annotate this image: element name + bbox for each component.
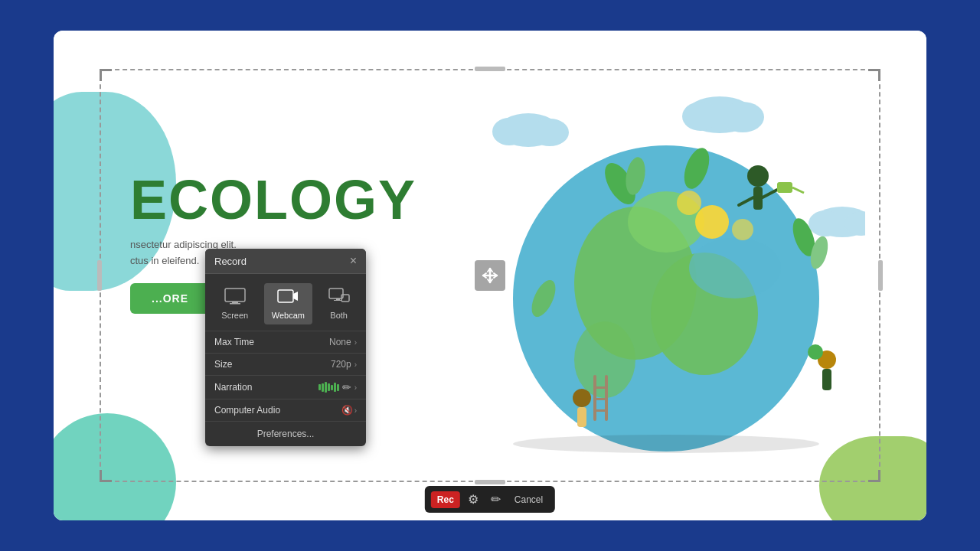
webcam-mode-label: Webcam xyxy=(272,311,305,320)
cancel-button[interactable]: Cancel xyxy=(508,491,549,508)
svg-point-6 xyxy=(513,435,819,453)
svg-point-39 xyxy=(677,191,701,215)
svg-rect-44 xyxy=(278,290,293,302)
pencil-icon: ✏ xyxy=(491,493,501,506)
svg-point-40 xyxy=(732,219,753,240)
svg-rect-17 xyxy=(577,407,586,427)
computer-audio-arrow: › xyxy=(354,406,357,415)
learn-more-button[interactable]: ...ORE xyxy=(130,283,210,314)
size-value: 720p xyxy=(331,359,351,370)
corner-handle-br[interactable] xyxy=(868,470,880,482)
narration-row[interactable]: Narration ✏ › xyxy=(205,375,366,399)
record-panel-title: Record xyxy=(214,256,247,267)
svg-point-5 xyxy=(689,237,781,298)
narration-label: Narration xyxy=(214,382,318,393)
edge-handle-bottom[interactable] xyxy=(475,480,505,484)
max-time-arrow: › xyxy=(354,338,357,347)
max-time-row[interactable]: Max Time None › xyxy=(205,331,366,353)
pencil-icon-button[interactable]: ✏ xyxy=(486,489,505,510)
svg-point-30 xyxy=(492,118,526,145)
svg-point-34 xyxy=(721,102,764,132)
svg-rect-8 xyxy=(753,187,763,210)
globe-illustration xyxy=(467,69,865,467)
svg-rect-21 xyxy=(593,398,608,400)
bottom-toolbar: Rec ⚙ ✏ Cancel xyxy=(425,486,555,513)
svg-point-36 xyxy=(808,210,842,236)
move-handle[interactable] xyxy=(475,260,505,291)
svg-point-15 xyxy=(808,344,823,360)
webcam-icon xyxy=(277,288,299,308)
computer-audio-row[interactable]: Computer Audio 🔇 › xyxy=(205,399,366,421)
size-arrow: › xyxy=(354,360,357,369)
svg-point-31 xyxy=(531,119,569,146)
screen-icon xyxy=(224,288,246,308)
decorative-blob-teal-bottom xyxy=(54,413,176,520)
max-time-label: Max Time xyxy=(214,337,329,347)
narration-bar xyxy=(318,382,339,393)
edge-handle-right[interactable] xyxy=(878,260,883,291)
narration-edit-icon: ✏ xyxy=(342,381,351,393)
svg-rect-14 xyxy=(822,369,831,390)
mode-buttons-row: Screen Webcam xyxy=(205,274,366,331)
svg-rect-41 xyxy=(225,289,245,302)
screen-mode-label: Screen xyxy=(221,311,248,320)
size-row[interactable]: Size 720p › xyxy=(205,353,366,375)
svg-point-38 xyxy=(695,205,729,239)
svg-marker-45 xyxy=(293,292,298,301)
rec-button[interactable]: Rec xyxy=(431,491,460,508)
both-mode-button[interactable]: Both xyxy=(321,283,358,324)
svg-rect-11 xyxy=(777,182,792,193)
preferences-row[interactable]: Preferences... xyxy=(205,421,366,446)
both-icon xyxy=(328,288,350,308)
svg-rect-20 xyxy=(593,386,608,389)
webcam-mode-button[interactable]: Webcam xyxy=(264,283,312,324)
record-panel: Record × Screen xyxy=(205,249,366,446)
edge-handle-top[interactable] xyxy=(475,67,505,71)
preferences-label: Preferences... xyxy=(257,429,315,439)
svg-point-7 xyxy=(747,165,769,187)
settings-icon-button[interactable]: ⚙ xyxy=(463,489,483,510)
muted-icon: 🔇 xyxy=(341,405,353,416)
max-time-value: None xyxy=(329,337,351,347)
record-panel-header: Record × xyxy=(205,249,366,274)
corner-handle-tr[interactable] xyxy=(868,69,880,81)
edge-handle-left[interactable] xyxy=(97,260,102,291)
svg-rect-48 xyxy=(334,300,341,301)
computer-audio-label: Computer Audio xyxy=(214,405,341,416)
svg-rect-22 xyxy=(593,409,608,412)
svg-point-33 xyxy=(682,102,719,131)
record-panel-close-button[interactable]: × xyxy=(350,255,357,267)
size-label: Size xyxy=(214,359,331,370)
narration-arrow: › xyxy=(354,383,357,392)
corner-handle-tl[interactable] xyxy=(100,69,112,81)
svg-line-12 xyxy=(792,187,804,193)
gear-icon: ⚙ xyxy=(468,493,479,506)
ecology-title: ECOLOGY xyxy=(130,168,416,231)
both-mode-label: Both xyxy=(330,311,348,320)
screen-mode-button[interactable]: Screen xyxy=(214,283,256,324)
corner-handle-bl[interactable] xyxy=(100,470,112,482)
outer-frame: ECOLOGY nsectetur adipiscing elit. ctus … xyxy=(54,31,926,520)
svg-rect-43 xyxy=(230,303,240,305)
svg-point-16 xyxy=(573,389,591,407)
